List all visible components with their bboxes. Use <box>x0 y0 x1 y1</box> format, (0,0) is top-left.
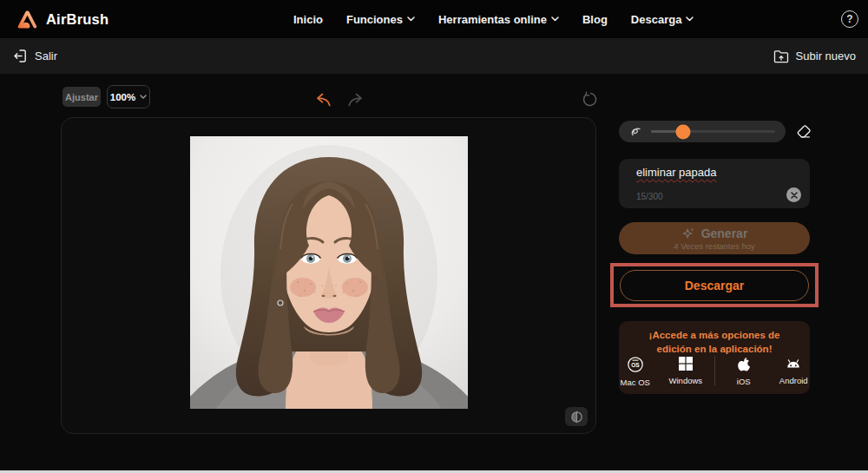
platform-divider <box>714 356 715 385</box>
editor-action-bar: Salir Subir nuevo <box>0 38 868 74</box>
platform-ios[interactable]: iOS <box>727 356 760 386</box>
promo-message: ¡Accede a más opciones de edición en la … <box>633 329 796 356</box>
upload-label: Subir nuevo <box>796 49 856 62</box>
zoom-value: 100% <box>110 92 135 102</box>
prompt-input-card[interactable]: eliminar papada 15/300 <box>619 159 810 208</box>
nav-descarga[interactable]: Descarga <box>631 13 694 26</box>
brush-stroke-icon <box>629 125 642 138</box>
reset-button[interactable] <box>582 91 598 108</box>
brush-size-slider <box>619 121 786 142</box>
nav-label: Inicio <box>293 13 323 26</box>
macos-icon: OS <box>627 356 644 373</box>
app-promo-card: ¡Accede a más opciones de edición en la … <box>619 321 810 394</box>
help-icon[interactable]: ? <box>841 10 858 28</box>
compare-icon <box>570 411 583 424</box>
editing-canvas <box>61 117 596 434</box>
clear-prompt-button[interactable] <box>786 187 801 202</box>
redo-icon <box>346 92 364 108</box>
nav-blog[interactable]: Blog <box>582 13 608 26</box>
help-glyph: ? <box>846 13 852 25</box>
nav-inicio[interactable]: Inicio <box>293 13 323 26</box>
chevron-down-icon <box>407 16 415 22</box>
platform-label: Android <box>779 376 808 385</box>
generate-label: Generar <box>701 227 748 240</box>
platform-windows[interactable]: Windows <box>669 356 703 385</box>
platform-android[interactable]: Android <box>777 356 810 385</box>
eraser-icon <box>796 124 812 140</box>
nav-label: Blog <box>582 13 608 26</box>
platform-label: iOS <box>737 377 751 386</box>
brand-name: AirBrush <box>46 11 108 28</box>
slider-track[interactable] <box>651 130 775 133</box>
zoom-level-dropdown[interactable]: 100% <box>107 85 150 108</box>
nav-label: Descarga <box>631 13 682 26</box>
svg-text:OS: OS <box>631 362 640 368</box>
reset-icon <box>582 91 598 108</box>
brand-logo[interactable]: AirBrush <box>17 0 108 38</box>
airbrush-logo-icon <box>17 10 37 29</box>
airbrush-editor-page: AirBrush Inicio Funciones Herramientas o… <box>0 0 868 473</box>
sparkle-icon <box>681 227 695 240</box>
generate-button[interactable]: Generar 4 Veces restantes hoy <box>619 222 810 254</box>
apple-icon <box>736 356 752 372</box>
download-button[interactable]: Descargar <box>620 270 809 301</box>
chevron-down-icon <box>140 95 147 99</box>
brush-slider-thumb[interactable] <box>676 124 691 139</box>
platform-label: Windows <box>669 376 703 385</box>
nav-label: Funciones <box>346 13 403 26</box>
prompt-text[interactable]: eliminar papada <box>636 166 717 179</box>
chevron-down-icon <box>551 16 559 22</box>
logout-icon <box>13 49 28 63</box>
redo-button[interactable] <box>346 92 364 108</box>
nav-label: Herramientas online <box>438 13 547 26</box>
nav-funciones[interactable]: Funciones <box>346 13 415 26</box>
fit-view-button[interactable]: Ajustar <box>62 87 101 107</box>
top-navigation: AirBrush Inicio Funciones Herramientas o… <box>0 0 868 38</box>
exit-button[interactable]: Salir <box>13 38 57 74</box>
android-icon <box>785 356 802 371</box>
folder-upload-icon <box>773 49 789 63</box>
exit-label: Salir <box>35 49 57 62</box>
main-nav: Inicio Funciones Herramientas online Blo… <box>293 0 694 38</box>
x-icon <box>791 192 798 199</box>
compare-before-after-button[interactable] <box>565 407 588 426</box>
character-counter: 15/300 <box>636 192 663 201</box>
windows-icon <box>678 356 694 371</box>
undo-icon <box>315 92 332 108</box>
nav-herramientas-online[interactable]: Herramientas online <box>438 13 559 26</box>
undo-button[interactable] <box>315 92 332 108</box>
chevron-down-icon <box>686 16 694 22</box>
portrait-image[interactable] <box>190 136 468 409</box>
remaining-uses-note: 4 Veces restantes hoy <box>674 241 754 251</box>
fit-label: Ajustar <box>65 92 98 102</box>
eraser-tool-button[interactable] <box>796 124 812 140</box>
upload-new-button[interactable]: Subir nuevo <box>773 38 856 74</box>
platform-list: OS Mac OS Windows <box>619 356 810 387</box>
platform-label: Mac OS <box>621 378 650 387</box>
platform-macos[interactable]: OS Mac OS <box>619 356 652 387</box>
